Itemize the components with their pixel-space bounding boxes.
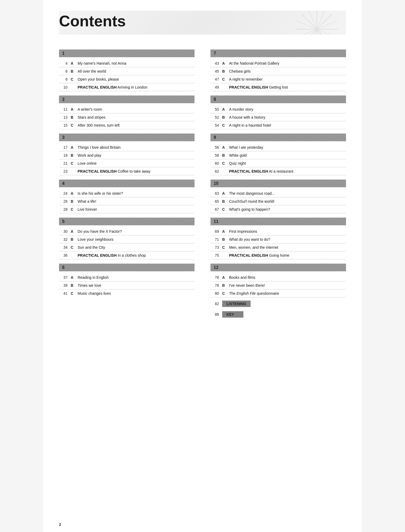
entry-letter: A	[71, 61, 75, 65]
table-row: 23PRACTICAL ENGLISH Coffee to take away	[59, 167, 195, 175]
entry-title: The English File questionnaire	[229, 291, 279, 296]
table-row: 4AMy name's Hannah, not Anna	[59, 59, 195, 67]
entry-page-number: 82	[210, 302, 219, 306]
entry-title: A house with a history	[229, 115, 265, 119]
entry-title: Love online	[78, 161, 97, 165]
entry-title: What a life!	[78, 199, 96, 203]
unit-number: 1	[62, 51, 65, 56]
entry-page-number: 28	[59, 207, 68, 211]
entry-title: PRACTICAL ENGLISH Getting lost	[229, 85, 288, 89]
table-row: 67CWhat's going to happen?	[210, 205, 346, 213]
entry-letter: A	[71, 107, 75, 111]
entry-page-number: 23	[59, 169, 68, 173]
entry-page-number: 54	[210, 123, 219, 127]
entry-title: A writer's room	[78, 107, 102, 111]
entry-page-number: 73	[210, 245, 219, 250]
entry-letter: B	[71, 69, 75, 73]
entry-title: Live forever	[78, 207, 97, 211]
entry-page-number: 30	[59, 229, 68, 234]
key-badge: KEY	[222, 311, 243, 318]
entry-letter: B	[71, 237, 75, 242]
unit-number: 2	[62, 97, 65, 102]
table-row: 78BI've never been there!	[210, 281, 346, 289]
table-row: 17AThings I love about Britain	[59, 143, 195, 151]
unit-number: 7	[214, 51, 216, 56]
table-row: 50AA murder story	[210, 105, 346, 113]
entry-page-number: 50	[210, 107, 219, 111]
entry-letter: C	[71, 77, 75, 81]
entry-title: The most dangerous road...	[229, 191, 275, 196]
left-column: 14AMy name's Hannah, not Anna6BAll over …	[59, 45, 195, 319]
entry-title: First impressions	[229, 229, 257, 234]
practical-english-label: PRACTICAL ENGLISH	[229, 253, 268, 257]
entry-page-number: 26	[59, 199, 68, 203]
entry-title: Stars and stripes	[78, 115, 106, 119]
entry-page-number: 60	[210, 161, 219, 165]
entry-page-number: 43	[210, 61, 219, 65]
table-row: 47CA night to remember	[210, 75, 346, 83]
unit-number: 8	[214, 97, 216, 102]
table-row: 71BWhat do you want to do?	[210, 235, 346, 243]
table-row: 6BAll over the world	[59, 67, 195, 75]
table-row: 15CAfter 300 metres, turn left	[59, 121, 195, 129]
entry-letter: B	[222, 153, 227, 157]
entry-title: I've never been there!	[229, 283, 265, 288]
entry-page-number: 17	[59, 145, 68, 149]
practical-english-label: PRACTICAL ENGLISH	[78, 85, 117, 89]
unit-number: 9	[214, 135, 216, 140]
table-row: 60CQuiz night	[210, 159, 346, 167]
entry-title: PRACTICAL ENGLISH In a clothes shop	[78, 253, 146, 257]
entry-page-number: 21	[59, 161, 68, 165]
table-row: 65BCouchSurf round the world!	[210, 197, 346, 205]
entry-page-number: 45	[210, 69, 219, 73]
entry-page-number: 10	[59, 85, 68, 89]
entry-title: White gold	[229, 153, 247, 157]
entry-letter: A	[222, 229, 227, 234]
table-row: 8COpen your books, please	[59, 75, 195, 83]
table-row: 49PRACTICAL ENGLISH Getting lost	[210, 83, 346, 91]
table-row: 54CA night in a haunted hotel	[210, 121, 346, 129]
entry-title: PRACTICAL ENGLISH Going home	[229, 253, 289, 257]
entry-letter: A	[222, 107, 227, 111]
unit-number: 6	[62, 265, 65, 270]
entry-letter: B	[222, 115, 227, 119]
entry-title: Reading in English	[78, 275, 109, 280]
table-row: 30ADo you have the X Factor?	[59, 227, 195, 235]
entry-page-number: 39	[59, 283, 68, 288]
entry-page-number: 63	[210, 191, 219, 196]
entry-title: Men, women, and the internet	[229, 245, 278, 250]
entry-letter: A	[222, 145, 227, 149]
list-item: 88KEY	[210, 310, 346, 319]
table-row: 24AIs she his wife or his sister?	[59, 189, 195, 197]
entry-title: A murder story	[229, 107, 253, 111]
entry-letter: C	[71, 123, 75, 127]
entry-letter: C	[222, 245, 227, 250]
entry-letter: B	[222, 69, 227, 73]
unit-header-1: 1	[59, 49, 195, 57]
entry-letter: B	[71, 199, 75, 203]
entry-title: Do you have the X Factor?	[78, 229, 122, 234]
page-footer-number: 2	[59, 522, 61, 527]
table-row: 32BLove your neighbours	[59, 235, 195, 243]
entry-title: PRACTICAL ENGLISH At a restaurant	[229, 169, 293, 173]
entry-page-number: 49	[210, 85, 219, 89]
page-title: Contents	[59, 11, 346, 29]
entry-page-number: 36	[59, 253, 68, 257]
table-row: 62PRACTICAL ENGLISH At a restaurant	[210, 167, 346, 175]
entry-page-number: 78	[210, 283, 219, 288]
table-row: 76ABooks and films	[210, 273, 346, 281]
entry-letter: A	[222, 61, 227, 65]
entry-letter: C	[222, 123, 227, 127]
entry-letter: B	[71, 283, 75, 288]
entry-letter: B	[222, 283, 227, 288]
entry-page-number: 13	[59, 115, 68, 119]
table-row: 10PRACTICAL ENGLISH Arriving in London	[59, 83, 195, 91]
header: Contents	[59, 11, 346, 35]
entry-title: Love your neighbours	[78, 237, 113, 242]
unit-header-8: 8	[210, 95, 346, 103]
entry-letter: B	[71, 153, 75, 157]
entry-page-number: 4	[59, 61, 68, 65]
entry-page-number: 69	[210, 229, 219, 234]
table-row: 11AA writer's room	[59, 105, 195, 113]
table-row: 41CMusic changes lives	[59, 289, 195, 297]
